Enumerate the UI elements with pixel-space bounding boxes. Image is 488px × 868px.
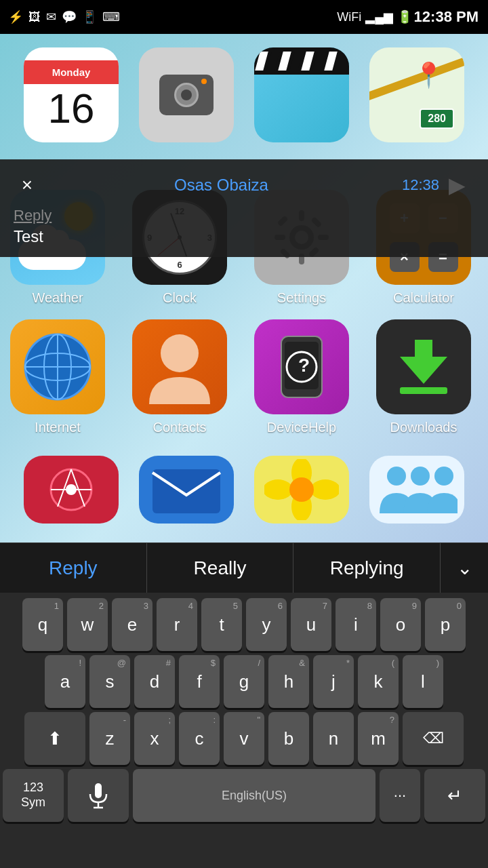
app-internet[interactable]: Internet bbox=[7, 319, 108, 435]
svg-rect-27 bbox=[152, 469, 220, 513]
app-devicehelp[interactable]: ? DeviceHelp bbox=[251, 319, 352, 435]
status-bar: ⚡ 🖼 ✉ 💬 📱 ⌨ WiFi ▂▄▆ 🔋 12:38 PM bbox=[0, 0, 488, 34]
key-l[interactable]: )l bbox=[403, 655, 443, 708]
key-d[interactable]: #d bbox=[134, 655, 175, 708]
app-contacts[interactable]: Contacts bbox=[129, 319, 230, 435]
autocorrect-bar: Reply Really Replying ⌄ bbox=[0, 542, 488, 593]
backspace-key[interactable]: ⌫ bbox=[403, 712, 464, 765]
svg-point-30 bbox=[264, 479, 293, 500]
app-maps[interactable]: 280 📍 bbox=[366, 47, 468, 170]
wifi-icon: WiFi bbox=[337, 10, 361, 24]
space-key[interactable]: English(US) bbox=[133, 769, 375, 822]
key-s[interactable]: @s bbox=[89, 655, 130, 708]
key-n[interactable]: n bbox=[313, 712, 354, 765]
mail-icon bbox=[139, 456, 234, 524]
shift-key[interactable]: ⬆ bbox=[24, 712, 85, 765]
notification-input-row: Reply bbox=[14, 207, 474, 224]
calendar-day: 16 bbox=[48, 87, 95, 130]
enter-key[interactable]: ↵ bbox=[424, 769, 485, 822]
key-x[interactable]: ;x bbox=[134, 712, 175, 765]
key-c[interactable]: :c bbox=[179, 712, 220, 765]
notification-header: × Osas Obaiza 12:38 ▶ bbox=[14, 170, 474, 200]
key-v[interactable]: "v bbox=[224, 712, 264, 765]
battery-icon: 🔋 bbox=[397, 9, 412, 24]
key-a[interactable]: !a bbox=[45, 655, 85, 708]
app-family[interactable] bbox=[366, 456, 468, 524]
phone-help-svg: ? bbox=[264, 330, 339, 404]
notification-close-button[interactable]: × bbox=[14, 172, 41, 199]
key-k[interactable]: (k bbox=[358, 655, 399, 708]
mail-svg bbox=[149, 462, 224, 517]
svg-point-15 bbox=[161, 334, 199, 372]
gallery-icon bbox=[254, 456, 349, 524]
numbers-sym-key[interactable]: 123Sym bbox=[3, 769, 64, 822]
autocorrect-replying[interactable]: Replying bbox=[293, 543, 441, 593]
key-b[interactable]: b bbox=[268, 712, 309, 765]
clock-label: Clock bbox=[163, 290, 197, 306]
app-calendar[interactable]: Monday 16 bbox=[20, 47, 122, 170]
autocorrect-really[interactable]: Really bbox=[147, 543, 294, 593]
calendar-month: Monday bbox=[24, 60, 119, 84]
keyboard-icon: ⌨ bbox=[102, 9, 120, 24]
calendar-icon: Monday 16 bbox=[24, 47, 119, 142]
app-gallery[interactable] bbox=[251, 456, 352, 524]
autocorrect-expand-button[interactable]: ⌄ bbox=[441, 543, 488, 593]
app-network[interactable] bbox=[20, 456, 122, 524]
key-z[interactable]: -z bbox=[89, 712, 130, 765]
svg-point-35 bbox=[434, 467, 453, 486]
notification-send-button[interactable]: ▶ bbox=[439, 170, 474, 200]
svg-point-31 bbox=[310, 479, 339, 500]
apps-top-row: Monday 16 bbox=[0, 34, 488, 176]
downloads-label: Downloads bbox=[390, 420, 458, 435]
flower-svg bbox=[264, 459, 339, 520]
family-svg bbox=[376, 459, 458, 520]
downloads-icon bbox=[376, 319, 471, 414]
settings-label: Settings bbox=[277, 290, 326, 306]
key-j[interactable]: *j bbox=[313, 655, 354, 708]
status-icons-right: WiFi ▂▄▆ 🔋 bbox=[337, 9, 412, 24]
key-u[interactable]: 7u bbox=[291, 598, 331, 651]
dots-key[interactable]: ··· bbox=[380, 769, 420, 822]
keyboard: 1q 2w 3e 4r 5t 6y 7u 8i 9o 0p !a @s #d $… bbox=[0, 593, 488, 829]
network-svg bbox=[37, 462, 105, 517]
calculator-label: Calculator bbox=[393, 290, 454, 306]
key-h[interactable]: &h bbox=[268, 655, 309, 708]
key-q[interactable]: 1q bbox=[22, 598, 63, 651]
signal-icon: ▂▄▆ bbox=[365, 9, 393, 24]
app-downloads[interactable]: Downloads bbox=[373, 319, 474, 435]
svg-point-34 bbox=[411, 467, 430, 486]
key-p[interactable]: 0p bbox=[425, 598, 466, 651]
key-r[interactable]: 4r bbox=[157, 598, 197, 651]
key-m[interactable]: ?m bbox=[358, 712, 399, 765]
notification-reply-placeholder[interactable]: Reply bbox=[14, 207, 474, 224]
camera-icon bbox=[139, 47, 234, 142]
contacts-icon bbox=[132, 319, 227, 414]
download-svg bbox=[386, 330, 461, 404]
microphone-key[interactable] bbox=[68, 769, 129, 822]
autocorrect-reply[interactable]: Reply bbox=[0, 543, 147, 593]
notification-sender: Osas Obaiza bbox=[41, 176, 402, 195]
keyboard-row-4: 123Sym English(US) ··· ↵ bbox=[3, 769, 485, 822]
app-mail[interactable] bbox=[136, 456, 237, 524]
status-icons-left: ⚡ 🖼 ✉ 💬 📱 ⌨ bbox=[8, 9, 120, 24]
key-y[interactable]: 6y bbox=[246, 598, 287, 651]
key-g[interactable]: /g bbox=[224, 655, 264, 708]
app-camera[interactable] bbox=[136, 47, 237, 170]
key-e[interactable]: 3e bbox=[112, 598, 152, 651]
svg-rect-36 bbox=[95, 783, 102, 798]
key-f[interactable]: $f bbox=[179, 655, 220, 708]
key-i[interactable]: 8i bbox=[336, 598, 376, 651]
app-video[interactable] bbox=[251, 47, 352, 170]
key-t[interactable]: 5t bbox=[201, 598, 242, 651]
key-o[interactable]: 9o bbox=[380, 598, 421, 651]
keyboard-row-1: 1q 2w 3e 4r 5t 6y 7u 8i 9o 0p bbox=[3, 598, 485, 651]
keyboard-row-3: ⬆ -z ;x :c "v b n ?m ⌫ bbox=[3, 712, 485, 765]
chat-icon: 💬 bbox=[62, 9, 77, 24]
keyboard-row-2: !a @s #d $f /g &h *j (k )l bbox=[3, 655, 485, 708]
send-arrow-icon: ▶ bbox=[449, 172, 466, 198]
devicehelp-icon: ? bbox=[254, 319, 349, 414]
notification-message: Test bbox=[14, 227, 474, 246]
apps-bottom-row bbox=[0, 449, 488, 530]
notification-time: 12:38 bbox=[402, 176, 439, 194]
key-w[interactable]: 2w bbox=[67, 598, 108, 651]
